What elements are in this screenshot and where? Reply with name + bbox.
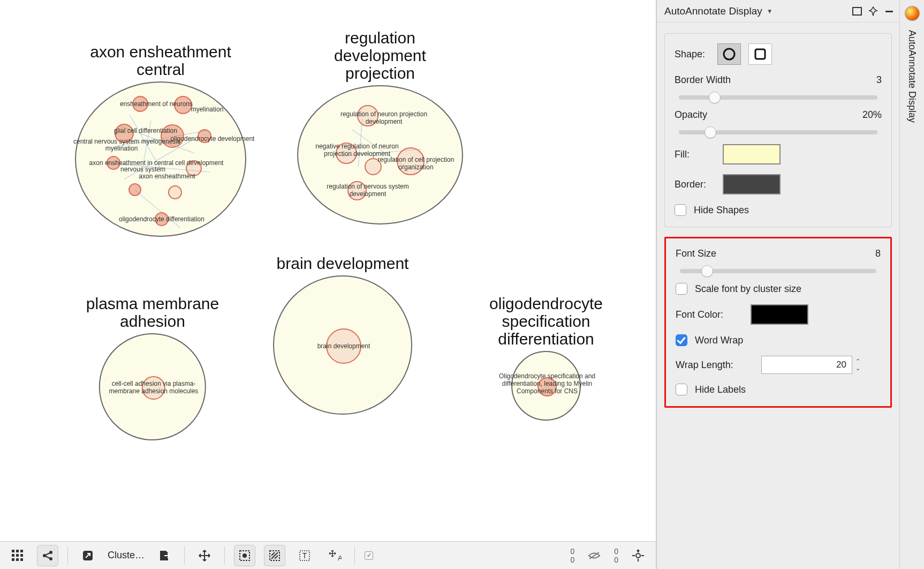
app-icon[interactable] [905, 6, 919, 20]
node-label: regulation of neuron projection developm… [336, 111, 432, 126]
node-label: axon ensheathment [139, 173, 195, 180]
minimize-icon[interactable] [884, 6, 894, 16]
float-window-icon[interactable] [852, 7, 862, 16]
move-tool-button[interactable] [194, 545, 215, 566]
scale-font-checkbox[interactable] [676, 283, 687, 295]
right-sidebar-tabs: AutoAnnotate Display [899, 0, 924, 569]
svg-rect-6 [12, 558, 14, 561]
cluster-title: oligodendrocyte specification differenti… [489, 295, 603, 348]
svg-rect-27 [885, 11, 893, 12]
font-color-label: Font Color: [676, 309, 751, 320]
panel-title-dropdown[interactable]: AutoAnnotate Display ▼ [664, 5, 773, 17]
svg-line-12 [46, 553, 50, 555]
svg-point-25 [636, 553, 640, 558]
counter-1: 0 0 [570, 548, 574, 564]
svg-rect-4 [16, 554, 19, 557]
svg-rect-8 [20, 558, 23, 561]
svg-rect-0 [12, 550, 14, 552]
node-label: negative regulation of neuron projection… [309, 143, 405, 158]
pin-icon[interactable] [868, 6, 878, 16]
cluster-oligodendrocyte-specification[interactable]: oligodendrocyte specification differenti… [489, 295, 603, 421]
font-size-label: Font Size [676, 248, 875, 259]
small-checkbox[interactable]: ✓ [365, 551, 373, 560]
move-annotation-button[interactable]: A [324, 545, 345, 566]
svg-rect-1 [16, 550, 19, 552]
svg-point-16 [243, 553, 247, 558]
svg-rect-7 [16, 558, 19, 561]
svg-rect-3 [12, 554, 14, 557]
wrap-length-label: Wrap Length: [676, 360, 761, 371]
scale-font-label: Scale font by cluster size [695, 283, 801, 295]
opacity-slider[interactable] [679, 130, 877, 134]
clusters-dropdown[interactable]: Cluste… [108, 550, 145, 561]
counter-2: 0 0 [614, 548, 618, 564]
wrap-length-input[interactable] [761, 356, 852, 374]
popout-button[interactable] [78, 545, 98, 566]
cluster-title: regulation development projection [297, 29, 463, 82]
label-settings-group: Font Size 8 Scale font by cluster size F… [664, 237, 892, 408]
select-mode-button[interactable] [234, 545, 255, 566]
hide-shapes-checkbox[interactable] [675, 204, 686, 216]
font-size-value: 8 [875, 248, 881, 259]
wrap-length-spinner[interactable]: ⌃⌄ [855, 358, 860, 371]
border-width-value: 3 [876, 74, 882, 86]
cluster-axon-ensheathment[interactable]: axon ensheathment central [75, 43, 246, 237]
svg-text:A: A [338, 554, 342, 562]
border-color-swatch[interactable] [723, 174, 781, 194]
word-wrap-checkbox[interactable] [676, 334, 687, 346]
sidebar-tab-autoannotate[interactable]: AutoAnnotate Display [904, 25, 920, 128]
shape-ellipse-option[interactable] [717, 43, 741, 65]
svg-rect-2 [20, 550, 23, 552]
opacity-value: 20% [862, 109, 882, 121]
svg-text:T: T [302, 551, 307, 560]
recenter-button[interactable] [628, 545, 648, 566]
cluster-plasma-membrane-adhesion[interactable]: plasma membrane adhesion cell-cell adhes… [86, 295, 219, 440]
border-label: Border: [675, 179, 723, 190]
border-width-label: Border Width [675, 74, 876, 86]
select-diag-button[interactable] [264, 545, 285, 566]
network-canvas-area: axon ensheathment central [0, 0, 656, 569]
svg-line-20 [275, 556, 278, 559]
grid-view-button[interactable] [7, 545, 28, 566]
shape-rectangle-option[interactable] [748, 43, 772, 65]
select-text-button[interactable]: T [294, 545, 315, 566]
export-button[interactable] [154, 545, 175, 566]
hide-labels-label: Hide Labels [695, 384, 746, 395]
panel-header: AutoAnnotate Display ▼ [657, 0, 899, 23]
shape-label: Shape: [675, 49, 717, 60]
svg-point-28 [724, 49, 734, 59]
font-size-slider[interactable] [680, 269, 876, 273]
svg-line-13 [46, 556, 50, 558]
cluster-title: plasma membrane adhesion [86, 295, 219, 330]
border-width-slider[interactable] [679, 95, 877, 100]
node-label: myelination [191, 106, 224, 113]
fill-color-swatch[interactable] [723, 144, 781, 164]
hide-labels-checkbox[interactable] [676, 384, 687, 395]
font-color-swatch[interactable] [751, 304, 808, 325]
cluster-brain-development[interactable]: brain development brain development [273, 254, 412, 415]
opacity-label: Opacity [675, 109, 862, 121]
hide-shapes-label: Hide Shapes [694, 205, 749, 216]
network-share-button[interactable] [37, 545, 58, 566]
caret-down-icon: ▼ [767, 8, 773, 15]
svg-rect-29 [755, 49, 765, 59]
svg-line-19 [271, 552, 275, 556]
word-wrap-label: Word Wrap [695, 335, 743, 346]
canvas-bottom-toolbar: Cluste… T A ✓ [0, 541, 656, 569]
autoannotate-display-panel: AutoAnnotate Display ▼ Shape: [656, 0, 899, 569]
visibility-toggle-icon[interactable] [584, 545, 604, 566]
network-canvas[interactable]: axon ensheathment central [0, 0, 656, 541]
cluster-title: axon ensheathment central [75, 43, 246, 78]
svg-rect-26 [853, 8, 861, 15]
node-label: regulation of nervous system development [320, 183, 416, 198]
shape-settings-group: Shape: Border Width 3 [664, 33, 892, 227]
svg-rect-5 [20, 554, 23, 557]
svg-line-18 [271, 552, 278, 559]
cluster-title: brain development [273, 254, 412, 272]
cluster-regulation-dev-projection[interactable]: regulation development projection regula… [297, 29, 463, 224]
fill-label: Fill: [675, 149, 723, 160]
